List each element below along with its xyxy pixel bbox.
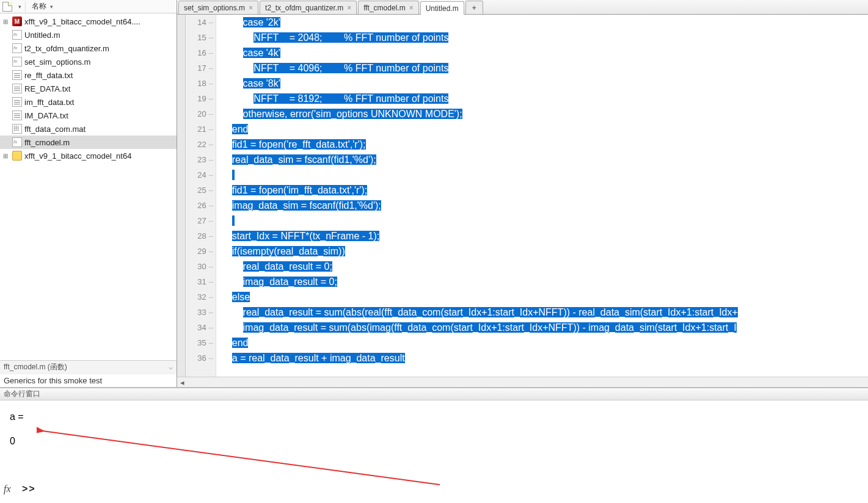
expander-icon[interactable]: ⊞ bbox=[1, 151, 10, 160]
col-header-name[interactable]: 名称 bbox=[32, 1, 46, 12]
editor-area: set_sim_options.m×t2_tx_ofdm_quantizer.m… bbox=[177, 0, 868, 387]
close-icon[interactable]: × bbox=[409, 4, 414, 12]
line-number[interactable]: 27– bbox=[186, 213, 213, 228]
file-row[interactable]: IM_DATA.txt bbox=[0, 109, 177, 122]
code-line[interactable]: real_data_result = 0; bbox=[216, 259, 868, 274]
new-tab-button[interactable]: + bbox=[465, 1, 483, 14]
line-number[interactable]: 21– bbox=[186, 121, 213, 137]
breakpoint-gutter[interactable] bbox=[177, 15, 186, 377]
file-row[interactable]: set_sim_options.m bbox=[0, 55, 177, 68]
code-line[interactable]: NFFT = 8192; % FFT number of points bbox=[216, 91, 868, 106]
file-row[interactable]: fft_data_com.mat bbox=[0, 122, 177, 136]
expander-icon bbox=[1, 125, 10, 133]
code-line[interactable]: if(isempty(real_data_sim)) bbox=[216, 244, 868, 259]
new-file-caret[interactable]: ▾ bbox=[18, 4, 21, 10]
code-line[interactable]: else bbox=[216, 289, 868, 305]
line-number[interactable]: 24– bbox=[186, 167, 213, 183]
code-line[interactable]: NFFT = 2048; % FFT number of points bbox=[216, 30, 868, 45]
code-line[interactable]: end bbox=[216, 121, 868, 137]
line-number[interactable]: 18– bbox=[186, 76, 213, 91]
line-number[interactable]: 14– bbox=[186, 15, 213, 30]
tab-label: fft_cmodel.m bbox=[363, 4, 405, 12]
col-sort-caret[interactable]: ▾ bbox=[50, 4, 53, 10]
tab-label: t2_tx_ofdm_quantizer.m bbox=[265, 4, 343, 12]
code-line[interactable]: case '2k' bbox=[216, 15, 868, 30]
line-number[interactable]: 20– bbox=[186, 106, 213, 121]
file-tree[interactable]: ⊞xfft_v9_1_bitacc_cmodel_nt64....Untitle… bbox=[0, 13, 177, 360]
line-number[interactable]: 29– bbox=[186, 244, 213, 259]
file-name: IM_DATA.txt bbox=[24, 111, 68, 120]
line-number-gutter[interactable]: 14–15–16–17–18–19–20–21–22–23–24–25–26–2… bbox=[186, 15, 216, 377]
mfile-icon bbox=[12, 30, 22, 40]
new-file-icon[interactable] bbox=[2, 2, 12, 12]
horizontal-scrollbar[interactable]: ◂ bbox=[177, 377, 868, 387]
close-icon[interactable]: × bbox=[249, 4, 253, 12]
console-output-varname: a = bbox=[10, 409, 868, 425]
code-line[interactable]: imag_data_result = 0; bbox=[216, 274, 868, 289]
code-line[interactable] bbox=[216, 167, 868, 183]
details-panel-header[interactable]: fft_cmodel.m (函数) bbox=[0, 360, 177, 374]
close-icon[interactable]: × bbox=[347, 4, 351, 12]
file-row[interactable]: ⊞xfft_v9_1_bitacc_cmodel_nt64 bbox=[0, 149, 177, 162]
line-number[interactable]: 23– bbox=[186, 152, 213, 167]
fx-icon[interactable]: fx bbox=[4, 481, 11, 497]
expander-icon bbox=[1, 71, 10, 79]
line-number[interactable]: 17– bbox=[186, 60, 213, 76]
editor-tab[interactable]: Untitled.m bbox=[420, 1, 464, 15]
line-number[interactable]: 31– bbox=[186, 274, 213, 289]
code-line[interactable]: fid1 = fopen('im_fft_data.txt','r'); bbox=[216, 183, 868, 198]
code-line[interactable]: a = real_data_result + imag_data_result bbox=[216, 350, 868, 366]
file-row[interactable]: Untitled.m bbox=[0, 28, 177, 42]
code-line[interactable]: real_data_result = sum(abs(real(fft_data… bbox=[216, 305, 868, 320]
line-number[interactable]: 30– bbox=[186, 259, 213, 274]
command-window-body[interactable]: a = 0 fx >> bbox=[0, 400, 868, 503]
code-line[interactable]: case '8k' bbox=[216, 76, 868, 91]
file-row[interactable]: fft_cmodel.m bbox=[0, 136, 177, 149]
file-name: re_fft_data.txt bbox=[24, 71, 73, 80]
mfile-icon bbox=[12, 57, 22, 67]
line-number[interactable]: 36– bbox=[186, 350, 213, 366]
file-row[interactable]: re_fft_data.txt bbox=[0, 68, 177, 82]
file-browser-sidebar: ▾ 名称 ▾ ⊞xfft_v9_1_bitacc_cmodel_nt64....… bbox=[0, 0, 177, 387]
editor-tab[interactable]: set_sim_options.m× bbox=[178, 1, 258, 14]
console-output-value: 0 bbox=[10, 433, 868, 449]
line-number[interactable]: 32– bbox=[186, 289, 213, 305]
line-number[interactable]: 33– bbox=[186, 305, 213, 320]
code-line[interactable]: start_Idx = NFFT*(tx_nFrame - 1); bbox=[216, 228, 868, 244]
folder-icon bbox=[12, 151, 22, 161]
txt-icon bbox=[12, 97, 22, 107]
file-name: fft_cmodel.m bbox=[24, 138, 70, 147]
line-number[interactable]: 28– bbox=[186, 228, 213, 244]
line-number[interactable]: 26– bbox=[186, 198, 213, 213]
code-line[interactable]: imag_data_result = sum(abs(imag(fft_data… bbox=[216, 320, 868, 335]
file-row[interactable]: t2_tx_ofdm_quantizer.m bbox=[0, 42, 177, 55]
code-line[interactable]: imag_data_sim = fscanf(fid1,'%d'); bbox=[216, 198, 868, 213]
expander-icon bbox=[1, 57, 10, 66]
file-row[interactable]: im_fft_data.txt bbox=[0, 95, 177, 109]
code-line[interactable]: case '4k' bbox=[216, 45, 868, 60]
line-number[interactable]: 22– bbox=[186, 137, 213, 152]
file-row[interactable]: RE_DATA.txt bbox=[0, 82, 177, 95]
scroll-left-icon[interactable]: ◂ bbox=[177, 378, 188, 387]
expander-icon[interactable]: ⊞ bbox=[1, 17, 10, 26]
line-number[interactable]: 16– bbox=[186, 45, 213, 60]
editor-tab[interactable]: fft_cmodel.m× bbox=[358, 1, 419, 14]
editor-tab[interactable]: t2_tx_ofdm_quantizer.m× bbox=[260, 1, 357, 14]
line-number[interactable]: 35– bbox=[186, 335, 213, 350]
line-number[interactable]: 25– bbox=[186, 183, 213, 198]
code-line[interactable]: NFFT = 4096; % FFT number of points bbox=[216, 60, 868, 76]
code-editor[interactable]: case '2k' NFFT = 2048; % FFT number of p… bbox=[216, 15, 868, 377]
code-line[interactable]: end bbox=[216, 335, 868, 350]
code-line[interactable]: otherwise, error('sim_options UNKNOWN MO… bbox=[216, 106, 868, 121]
line-number[interactable]: 19– bbox=[186, 91, 213, 106]
expander-icon bbox=[1, 98, 10, 106]
line-number[interactable]: 15– bbox=[186, 30, 213, 45]
file-row[interactable]: ⊞xfft_v9_1_bitacc_cmodel_nt64.... bbox=[0, 15, 177, 28]
code-line[interactable] bbox=[216, 213, 868, 228]
code-line[interactable]: real_data_sim = fscanf(fid1,'%d'); bbox=[216, 152, 868, 167]
command-window-title: 命令行窗口 bbox=[0, 388, 868, 400]
code-line[interactable]: fid1 = fopen('re_fft_data.txt','r'); bbox=[216, 137, 868, 152]
command-window: 命令行窗口 a = 0 fx >> bbox=[0, 387, 868, 503]
line-number[interactable]: 34– bbox=[186, 320, 213, 335]
model-icon bbox=[12, 16, 22, 26]
